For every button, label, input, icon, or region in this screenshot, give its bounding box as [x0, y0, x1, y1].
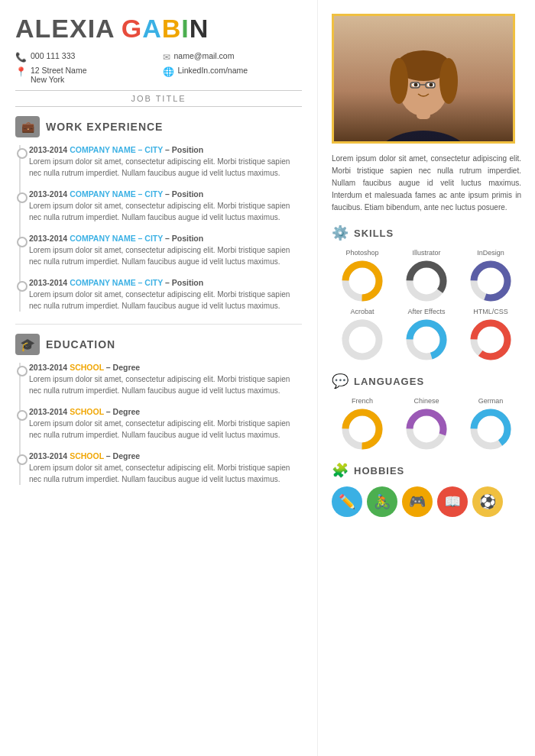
edu-school: SCHOOL [70, 363, 104, 372]
hobby-icon: 🚴 [367, 486, 397, 517]
svg-point-9 [414, 83, 418, 87]
right-column: Lorem ipsum dolor sit amet, consectetur … [317, 0, 535, 756]
lang-label: French [352, 397, 373, 405]
edu-item: 2013-2014 SCHOOL – Degree Lorem ipsum do… [29, 407, 302, 441]
skills-title: SKILLS [354, 228, 394, 239]
graduation-icon: 🎓 [15, 334, 40, 355]
skill-label: Illustrator [412, 249, 440, 257]
lang-donut [469, 407, 513, 451]
edu-date: 2013-2014 SCHOOL – Degree [29, 407, 302, 416]
first-name: ALEXIA [15, 14, 115, 44]
work-item: 2013-2014 COMPANY NAME – CITY – Position… [29, 278, 302, 312]
work-company: COMPANY NAME – CITY [70, 234, 163, 243]
lang-donut [404, 407, 449, 451]
skill-label: InDesign [477, 249, 504, 257]
edu-school: SCHOOL [70, 407, 104, 416]
phone-text: 000 111 333 [31, 51, 75, 60]
skills-icon: ⚙️ [332, 225, 349, 241]
svg-point-6 [439, 58, 458, 104]
languages-icon: 💬 [332, 373, 349, 389]
skill-item: HTML/CSS [460, 308, 521, 362]
work-experience-header: 💼 WORK EXPERIENCE [15, 116, 302, 137]
skill-item: Illustrator [396, 249, 457, 303]
linkedin-contact: 🌐 LinkedIn.com/name [163, 66, 303, 84]
work-desc: Lorem ipsum dolor sit amet, consectetur … [29, 244, 302, 267]
address-text: 12 Street Name New York [31, 66, 87, 84]
email-contact: ✉ name@mail.com [163, 51, 303, 63]
lang-label: German [478, 397, 504, 405]
work-item: 2013-2014 COMPANY NAME – CITY – Position… [29, 189, 302, 223]
languages-grid: French Chinese German [332, 397, 521, 451]
svg-point-5 [390, 58, 408, 104]
hobbies-title: HOBBIES [354, 465, 404, 477]
work-position: Position [172, 234, 203, 243]
work-desc: Lorem ipsum dolor sit amet, consectetur … [29, 289, 302, 312]
skill-donut [340, 259, 384, 303]
left-column: ALEXIA GABIN 📞 000 111 333 ✉ name@mail.c… [0, 0, 317, 756]
work-position: Position [172, 278, 203, 287]
work-item: 2013-2014 COMPANY NAME – CITY – Position… [29, 145, 302, 179]
edu-date: 2013-2014 SCHOOL – Degree [29, 363, 302, 372]
work-date: 2013-2014 COMPANY NAME – CITY – Position [29, 189, 302, 199]
work-company: COMPANY NAME – CITY [70, 189, 163, 199]
skill-donut [469, 318, 513, 362]
last-name: GABIN [122, 14, 209, 44]
skill-label: After Effects [408, 308, 446, 315]
work-timeline: 2013-2014 COMPANY NAME – CITY – Position… [15, 145, 302, 312]
work-date: 2013-2014 COMPANY NAME – CITY – Position [29, 234, 302, 243]
work-experience-title: WORK EXPERIENCE [46, 121, 163, 133]
education-title: EDUCATION [46, 338, 115, 351]
edu-item: 2013-2014 SCHOOL – Degree Lorem ipsum do… [29, 451, 302, 485]
skills-header: ⚙️ SKILLS [332, 225, 521, 241]
skill-item: Photoshop [332, 249, 393, 303]
work-desc: Lorem ipsum dolor sit amet, consectetur … [29, 156, 302, 179]
skill-donut [404, 259, 449, 303]
edu-item: 2013-2014 SCHOOL – Degree Lorem ipsum do… [29, 363, 302, 396]
lang-item: Chinese [396, 397, 457, 451]
skill-label: Photoshop [345, 249, 378, 257]
skill-donut [404, 318, 449, 362]
edu-desc: Lorem ipsum dolor sit amet, consectetur … [29, 373, 302, 396]
lang-donut [340, 407, 384, 451]
hobbies-icon: 🧩 [332, 462, 349, 479]
skill-item: After Effects [396, 308, 457, 362]
profile-photo [332, 14, 515, 144]
hobby-icon: 📖 [437, 486, 468, 517]
languages-title: LANGUAGES [354, 376, 424, 387]
work-desc: Lorem ipsum dolor sit amet, consectetur … [29, 200, 302, 223]
edu-date: 2013-2014 SCHOOL – Degree [29, 451, 302, 460]
work-item: 2013-2014 COMPANY NAME – CITY – Position… [29, 234, 302, 267]
skill-label: HTML/CSS [473, 308, 508, 315]
phone-icon: 📞 [15, 52, 27, 63]
hobbies-header: 🧩 HOBBIES [332, 462, 521, 479]
work-date: 2013-2014 COMPANY NAME – CITY – Position [29, 145, 302, 154]
briefcase-icon: 💼 [15, 116, 40, 137]
work-position: Position [172, 145, 203, 154]
skill-item: InDesign [460, 249, 521, 303]
hobby-icon: ⚽ [472, 486, 503, 517]
email-icon: ✉ [163, 52, 170, 63]
work-company: COMPANY NAME – CITY [70, 278, 163, 287]
work-position: Position [172, 189, 203, 199]
lang-item: German [460, 397, 521, 451]
lang-label: Chinese [413, 397, 439, 405]
edu-timeline: 2013-2014 SCHOOL – Degree Lorem ipsum do… [15, 363, 302, 485]
location-icon: 📍 [15, 66, 27, 77]
hobby-icon: ✏️ [332, 486, 362, 517]
job-title: JOB TITLE [15, 90, 302, 107]
svg-point-10 [430, 83, 433, 87]
skill-item: Acrobat [332, 308, 393, 362]
work-company: COMPANY NAME – CITY [70, 145, 163, 154]
edu-desc: Lorem ipsum dolor sit amet, consectetur … [29, 418, 302, 441]
edu-desc: Lorem ipsum dolor sit amet, consectetur … [29, 462, 302, 485]
work-date: 2013-2014 COMPANY NAME – CITY – Position [29, 278, 302, 287]
education-header: 🎓 EDUCATION [15, 334, 302, 355]
linkedin-icon: 🌐 [163, 66, 174, 77]
edu-school: SCHOOL [70, 451, 104, 460]
name-row: ALEXIA GABIN [15, 14, 302, 44]
skill-donut [340, 318, 384, 362]
email-text: name@mail.com [174, 51, 235, 60]
skill-donut [469, 259, 513, 303]
address-contact: 📍 12 Street Name New York [15, 66, 155, 84]
linkedin-text: LinkedIn.com/name [178, 66, 248, 75]
